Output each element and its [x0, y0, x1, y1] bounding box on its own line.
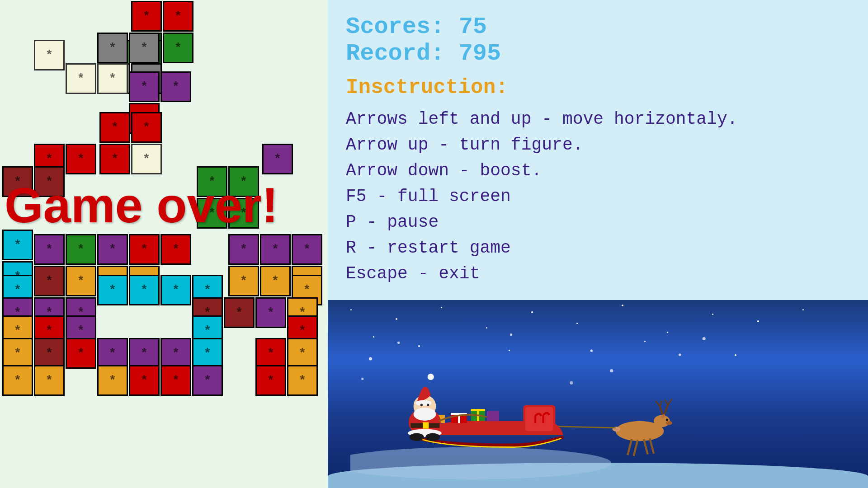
board-block: *	[34, 266, 65, 296]
block-board: ****************************************…	[0, 0, 328, 488]
svg-line-7	[650, 438, 654, 454]
svg-point-44	[590, 350, 593, 352]
info-panel: Scores: 75 Record: 795 Insctruction: Arr…	[328, 0, 868, 300]
svg-rect-37	[423, 422, 429, 428]
board-block: *	[66, 266, 96, 296]
board-block: *	[97, 365, 128, 396]
svg-rect-19	[525, 407, 553, 431]
svg-point-42	[369, 357, 372, 360]
board-block: *	[160, 71, 191, 102]
svg-point-15	[666, 418, 668, 421]
record-display: Record: 795	[346, 40, 850, 67]
star	[441, 307, 442, 308]
board-block: *	[34, 234, 65, 265]
board-block: *	[2, 338, 33, 369]
svg-point-39	[425, 433, 440, 441]
svg-point-34	[420, 404, 423, 406]
board-block: *	[160, 234, 191, 265]
svg-point-0	[350, 447, 612, 479]
svg-rect-26	[487, 411, 499, 421]
svg-point-3	[666, 421, 672, 425]
board-block: *	[287, 338, 318, 369]
board-block: *	[2, 365, 33, 396]
svg-point-49	[510, 333, 512, 336]
svg-rect-25	[458, 413, 460, 423]
board-block: *	[160, 338, 191, 369]
board-block: *	[163, 1, 193, 32]
board-block: *	[66, 63, 96, 94]
svg-line-11	[660, 401, 661, 406]
svg-point-46	[679, 353, 681, 356]
svg-line-6	[644, 439, 648, 455]
board-block: *	[97, 275, 128, 305]
board-block: *	[129, 275, 160, 305]
svg-point-31	[414, 408, 436, 420]
star	[735, 354, 736, 356]
board-block: *	[192, 338, 223, 369]
svg-point-43	[397, 342, 400, 344]
star	[712, 314, 713, 315]
board-block: *	[255, 297, 286, 328]
board-block: *	[131, 1, 162, 32]
svg-point-35	[427, 404, 429, 406]
board-block: *	[192, 365, 223, 396]
svg-point-45	[610, 369, 613, 372]
board-block: *	[260, 266, 291, 296]
board-block: *	[129, 33, 160, 63]
board-block: *	[255, 338, 286, 369]
star	[757, 320, 759, 322]
board-block: *	[66, 338, 96, 369]
svg-line-17	[551, 426, 615, 428]
board-block: *	[131, 112, 162, 143]
board-block: *	[2, 230, 33, 260]
svg-point-47	[703, 337, 706, 340]
board-block: *	[255, 365, 286, 396]
instruction-title: Insctruction:	[346, 76, 850, 99]
board-block: *	[262, 144, 293, 174]
star	[622, 305, 623, 306]
svg-line-10	[656, 401, 660, 406]
board-block: *	[34, 40, 65, 70]
board-block: *	[66, 234, 96, 265]
santa-image-panel	[328, 300, 868, 488]
board-block: *	[129, 71, 160, 102]
board-block: *	[34, 338, 65, 369]
star	[802, 309, 804, 310]
svg-line-12	[664, 405, 668, 416]
game-over-overlay: Game over!	[5, 176, 278, 234]
board-block: *	[228, 266, 259, 296]
board-block: *	[129, 234, 160, 265]
board-block: *	[224, 297, 255, 328]
board-block: *	[97, 33, 128, 63]
board-block: *	[97, 338, 128, 369]
board-block: *	[160, 365, 191, 396]
svg-point-33	[428, 374, 434, 380]
svg-point-32	[415, 400, 432, 406]
board-block: *	[34, 365, 65, 396]
board-block: *	[292, 234, 322, 265]
svg-point-50	[570, 381, 573, 385]
svg-line-5	[634, 440, 638, 456]
svg-line-14	[665, 400, 668, 405]
board-block: *	[228, 234, 259, 265]
board-block: *	[99, 112, 130, 143]
right-panel: Scores: 75 Record: 795 Insctruction: Arr…	[328, 0, 868, 488]
scores-display: Scores: 75	[346, 14, 850, 40]
svg-line-13	[668, 399, 672, 405]
svg-point-38	[410, 433, 424, 441]
board-block: *	[97, 63, 128, 94]
santa-scene	[350, 309, 712, 481]
board-block: *	[131, 144, 162, 174]
board-block: *	[129, 338, 160, 369]
board-block: *	[97, 234, 128, 265]
board-block: *	[66, 144, 96, 174]
board-block: *	[163, 33, 193, 63]
scores-section: Scores: 75 Record: 795	[346, 14, 850, 67]
instruction-body: Arrows left and up - move horizontaly.Ar…	[346, 106, 850, 286]
board-block: *	[260, 234, 291, 265]
board-block: *	[129, 365, 160, 396]
board-block: *	[287, 365, 318, 396]
game-board: ****************************************…	[0, 0, 328, 488]
svg-line-4	[627, 439, 632, 455]
board-block: *	[160, 275, 191, 305]
